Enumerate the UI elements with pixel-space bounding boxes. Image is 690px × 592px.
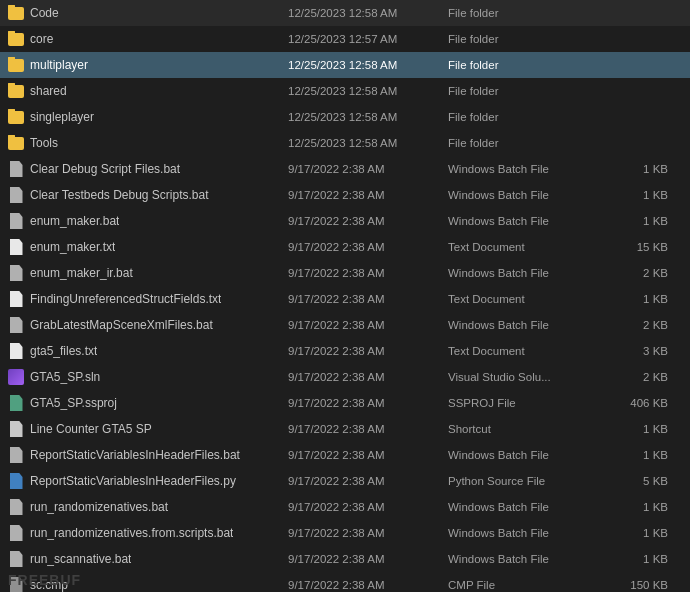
file-type: Windows Batch File <box>448 553 608 565</box>
file-size: 1 KB <box>608 163 668 175</box>
file-name: Clear Debug Script Files.bat <box>8 161 288 177</box>
file-size: 1 KB <box>608 215 668 227</box>
table-row[interactable]: Clear Testbeds Debug Scripts.bat 9/17/20… <box>0 182 690 208</box>
sln-icon <box>8 369 24 385</box>
file-size: 2 KB <box>608 267 668 279</box>
watermark: FREEBUF <box>8 572 81 588</box>
file-type: Text Document <box>448 293 608 305</box>
bat-icon <box>8 317 24 333</box>
file-type: Visual Studio Solu... <box>448 371 608 383</box>
file-type: File folder <box>448 137 608 149</box>
file-size: 406 KB <box>608 397 668 409</box>
bat-icon <box>8 447 24 463</box>
file-date: 9/17/2022 2:38 AM <box>288 397 448 409</box>
table-row[interactable]: enum_maker.txt 9/17/2022 2:38 AM Text Do… <box>0 234 690 260</box>
file-date: 9/17/2022 2:38 AM <box>288 475 448 487</box>
file-type: Windows Batch File <box>448 501 608 513</box>
file-type: Windows Batch File <box>448 267 608 279</box>
file-date: 9/17/2022 2:38 AM <box>288 215 448 227</box>
file-date: 9/17/2022 2:38 AM <box>288 553 448 565</box>
file-type: File folder <box>448 59 608 71</box>
table-row[interactable]: ReportStaticVariablesInHeaderFiles.py 9/… <box>0 468 690 494</box>
file-name: Line Counter GTA5 SP <box>8 421 288 437</box>
file-name: Clear Testbeds Debug Scripts.bat <box>8 187 288 203</box>
file-name: singleplayer <box>8 109 288 125</box>
file-date: 9/17/2022 2:38 AM <box>288 423 448 435</box>
bat-icon <box>8 187 24 203</box>
file-date: 12/25/2023 12:58 AM <box>288 7 448 19</box>
file-name: enum_maker_ir.bat <box>8 265 288 281</box>
file-size: 150 KB <box>608 579 668 591</box>
table-row[interactable]: Tools 12/25/2023 12:58 AM File folder <box>0 130 690 156</box>
file-name: multiplayer <box>8 57 288 73</box>
bat-icon <box>8 265 24 281</box>
file-name: ReportStaticVariablesInHeaderFiles.py <box>8 473 288 489</box>
ssproj-icon <box>8 395 24 411</box>
table-row[interactable]: sc.cmp 9/17/2022 2:38 AM CMP File 150 KB <box>0 572 690 592</box>
bat-icon <box>8 525 24 541</box>
file-type: Text Document <box>448 345 608 357</box>
file-date: 12/25/2023 12:58 AM <box>288 111 448 123</box>
txt-icon <box>8 343 24 359</box>
table-row[interactable]: enum_maker_ir.bat 9/17/2022 2:38 AM Wind… <box>0 260 690 286</box>
folder-icon <box>8 57 24 73</box>
table-row[interactable]: FindingUnreferencedStructFields.txt 9/17… <box>0 286 690 312</box>
file-size: 1 KB <box>608 423 668 435</box>
folder-icon <box>8 31 24 47</box>
file-name: Code <box>8 5 288 21</box>
file-size: 1 KB <box>608 553 668 565</box>
file-name: GrabLatestMapSceneXmlFiles.bat <box>8 317 288 333</box>
file-name: core <box>8 31 288 47</box>
file-date: 12/25/2023 12:58 AM <box>288 137 448 149</box>
table-row[interactable]: Clear Debug Script Files.bat 9/17/2022 2… <box>0 156 690 182</box>
file-date: 12/25/2023 12:58 AM <box>288 59 448 71</box>
file-size: 2 KB <box>608 371 668 383</box>
file-date: 9/17/2022 2:38 AM <box>288 449 448 461</box>
file-name: ReportStaticVariablesInHeaderFiles.bat <box>8 447 288 463</box>
table-row[interactable]: run_randomizenatives.from.scripts.bat 9/… <box>0 520 690 546</box>
file-name: run_randomizenatives.bat <box>8 499 288 515</box>
file-name: run_scannative.bat <box>8 551 288 567</box>
file-type: File folder <box>448 7 608 19</box>
file-type: SSPROJ File <box>448 397 608 409</box>
table-row[interactable]: run_scannative.bat 9/17/2022 2:38 AM Win… <box>0 546 690 572</box>
table-row[interactable]: GTA5_SP.ssproj 9/17/2022 2:38 AM SSPROJ … <box>0 390 690 416</box>
table-row[interactable]: Code 12/25/2023 12:58 AM File folder <box>0 0 690 26</box>
file-type: File folder <box>448 85 608 97</box>
file-size: 1 KB <box>608 189 668 201</box>
table-row[interactable]: GTA5_SP.sln 9/17/2022 2:38 AM Visual Stu… <box>0 364 690 390</box>
folder-icon <box>8 109 24 125</box>
file-name: shared <box>8 83 288 99</box>
file-type: Text Document <box>448 241 608 253</box>
table-row[interactable]: ReportStaticVariablesInHeaderFiles.bat 9… <box>0 442 690 468</box>
file-size: 1 KB <box>608 501 668 513</box>
file-name: enum_maker.bat <box>8 213 288 229</box>
table-row[interactable]: enum_maker.bat 9/17/2022 2:38 AM Windows… <box>0 208 690 234</box>
file-type: CMP File <box>448 579 608 591</box>
table-row[interactable]: shared 12/25/2023 12:58 AM File folder <box>0 78 690 104</box>
shortcut-icon <box>8 421 24 437</box>
file-type: Windows Batch File <box>448 527 608 539</box>
table-row[interactable]: core 12/25/2023 12:57 AM File folder <box>0 26 690 52</box>
file-type: File folder <box>448 33 608 45</box>
file-name: run_randomizenatives.from.scripts.bat <box>8 525 288 541</box>
file-type: Windows Batch File <box>448 319 608 331</box>
table-row[interactable]: run_randomizenatives.bat 9/17/2022 2:38 … <box>0 494 690 520</box>
table-row[interactable]: gta5_files.txt 9/17/2022 2:38 AM Text Do… <box>0 338 690 364</box>
txt-icon <box>8 239 24 255</box>
file-type: Shortcut <box>448 423 608 435</box>
table-row[interactable]: multiplayer 12/25/2023 12:58 AM File fol… <box>0 52 690 78</box>
folder-icon <box>8 5 24 21</box>
file-size: 1 KB <box>608 449 668 461</box>
table-row[interactable]: GrabLatestMapSceneXmlFiles.bat 9/17/2022… <box>0 312 690 338</box>
file-type: File folder <box>448 111 608 123</box>
bat-icon <box>8 551 24 567</box>
file-date: 9/17/2022 2:38 AM <box>288 371 448 383</box>
table-row[interactable]: singleplayer 12/25/2023 12:58 AM File fo… <box>0 104 690 130</box>
bat-icon <box>8 213 24 229</box>
table-row[interactable]: Line Counter GTA5 SP 9/17/2022 2:38 AM S… <box>0 416 690 442</box>
file-date: 9/17/2022 2:38 AM <box>288 189 448 201</box>
txt-icon <box>8 291 24 307</box>
file-name: GTA5_SP.sln <box>8 369 288 385</box>
file-date: 12/25/2023 12:58 AM <box>288 85 448 97</box>
